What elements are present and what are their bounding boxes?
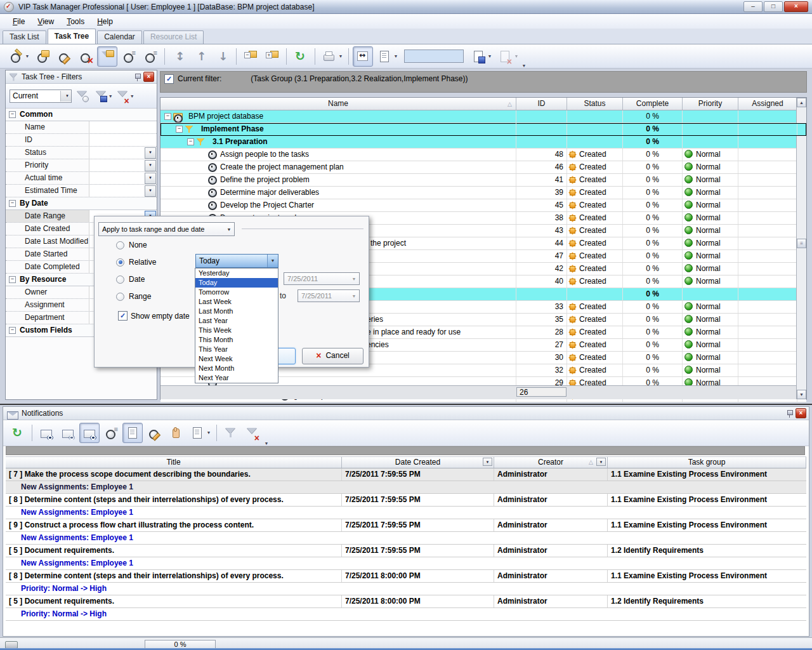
- collapse-icon[interactable]: −: [176, 126, 183, 133]
- column-header-creator[interactable]: Creator△▼: [494, 457, 608, 468]
- list-item-tomorrow[interactable]: Tomorrow: [195, 288, 278, 297]
- list-item-last-week[interactable]: Last Week: [195, 297, 278, 307]
- close-notifications-button[interactable]: ×: [796, 408, 806, 418]
- layouts-button[interactable]: ▼: [187, 423, 207, 443]
- chevron-down-icon[interactable]: ▼: [108, 94, 114, 98]
- list-item-yesterday[interactable]: Yesterday: [195, 269, 278, 278]
- show-empty-date-checkbox[interactable]: [118, 311, 128, 321]
- notification-row[interactable]: [ 8 ] Determine content (steps and their…: [6, 494, 806, 507]
- preview-pane-button[interactable]: [122, 423, 143, 443]
- notification-row[interactable]: [ 5 ] Document requirements.7/25/2011 8:…: [6, 595, 806, 608]
- list-item-next-month[interactable]: Next Month: [195, 364, 278, 373]
- collapse-icon[interactable]: −: [164, 113, 171, 120]
- title-bar[interactable]: VIP Task Manager Professional [ User: Em…: [0, 0, 812, 14]
- notification-detail[interactable]: New Assignments: Employee 1: [6, 481, 806, 494]
- column-header-complete[interactable]: Complete: [623, 98, 683, 110]
- filter-notifications-button[interactable]: [221, 423, 241, 443]
- tab-task-list[interactable]: Task List: [3, 30, 46, 44]
- print-button[interactable]: ▼: [319, 46, 339, 67]
- notification-detail[interactable]: New Assignments: Employee 1: [6, 557, 806, 570]
- chevron-down-icon[interactable]: ▼: [513, 54, 520, 58]
- filter-preset-combobox[interactable]: Current ▼: [10, 90, 72, 103]
- move-up-button[interactable]: [190, 46, 211, 67]
- pin-icon[interactable]: [134, 72, 141, 82]
- toolbar-overflow-button[interactable]: ▼: [263, 441, 270, 446]
- column-header-title[interactable]: Title: [6, 457, 342, 468]
- delete-task-button[interactable]: [75, 46, 96, 67]
- expand-all-button[interactable]: [262, 46, 282, 67]
- radio-option-date[interactable]: Date: [116, 275, 145, 284]
- edit-task-button[interactable]: [144, 423, 164, 443]
- column-header-id[interactable]: ID: [516, 98, 567, 110]
- current-filter-checkbox[interactable]: [164, 74, 174, 84]
- filter-section-by-date[interactable]: −By Date: [6, 197, 157, 210]
- apply-filter-button[interactable]: [72, 86, 93, 106]
- filter-field-priority[interactable]: Priority▼: [6, 159, 157, 172]
- new-subtask-button[interactable]: [32, 46, 53, 67]
- radio-option-none[interactable]: None: [116, 241, 147, 249]
- collapse-icon[interactable]: −: [9, 111, 16, 118]
- column-header-priority[interactable]: Priority: [683, 98, 738, 110]
- filter-field-id[interactable]: ID: [6, 134, 157, 147]
- task-row[interactable]: Determine major deliverables39Created0 %…: [160, 187, 806, 199]
- collapse-icon[interactable]: −: [187, 138, 194, 145]
- column-header-name[interactable]: Name△: [160, 98, 516, 110]
- task-group-row[interactable]: −Implement Phase0 %: [160, 123, 806, 136]
- chevron-down-icon[interactable]: ▼: [145, 173, 156, 184]
- chevron-down-icon[interactable]: ▼: [393, 54, 399, 58]
- notification-detail[interactable]: Priority: Normal -> High: [6, 583, 806, 595]
- cancel-button[interactable]: ×Cancel: [302, 348, 363, 364]
- column-header-status[interactable]: Status: [567, 98, 623, 110]
- filter-field-name[interactable]: Name: [6, 121, 157, 134]
- collapse-icon[interactable]: −: [9, 200, 16, 207]
- range-end-date-field[interactable]: 7/25/2011 ▼: [298, 289, 360, 302]
- refresh-button[interactable]: [291, 46, 311, 67]
- move-down-button[interactable]: [212, 46, 232, 67]
- chevron-down-icon[interactable]: ▼: [145, 185, 156, 197]
- column-header-assigned[interactable]: Assigned: [738, 98, 797, 110]
- edit-task-button[interactable]: [54, 46, 74, 67]
- chevron-down-icon[interactable]: ▼: [145, 147, 156, 159]
- chevron-down-icon[interactable]: ▼: [224, 227, 234, 232]
- chevron-down-icon[interactable]: ▼: [60, 91, 71, 102]
- filter-field-value[interactable]: [89, 121, 157, 133]
- notification-row[interactable]: [ 7 ] Make the process scope document de…: [6, 468, 806, 481]
- notification-row[interactable]: [ 9 ] Construct a process flow chart ill…: [6, 519, 806, 532]
- menu-item-help[interactable]: Help: [91, 15, 119, 28]
- menu-item-file[interactable]: File: [6, 15, 31, 28]
- clear-notification-filter-button[interactable]: [242, 423, 263, 443]
- clear-filter-button[interactable]: ▼: [115, 86, 136, 106]
- notification-row[interactable]: [ 8 ] Determine content (steps and their…: [6, 570, 806, 583]
- view-notification-button[interactable]: [79, 423, 100, 443]
- menu-item-tools[interactable]: Tools: [60, 15, 91, 28]
- filter-field-value[interactable]: ▼: [89, 172, 157, 184]
- collapse-icon[interactable]: −: [9, 327, 16, 334]
- filter-field-actual-time[interactable]: Actual time▼: [6, 172, 157, 185]
- list-item-next-week[interactable]: Next Week: [195, 354, 278, 364]
- apply-to-combobox[interactable]: Apply to task range and due date ▼: [98, 222, 235, 236]
- refresh-notifications-button[interactable]: [8, 423, 28, 443]
- list-item-this-week[interactable]: This Week: [195, 326, 278, 335]
- notification-detail[interactable]: New Assignments: Employee 1: [6, 532, 806, 545]
- task-row[interactable]: Create the project management plan46Crea…: [160, 161, 806, 174]
- scroll-up-button[interactable]: ▲: [797, 98, 806, 107]
- task-row[interactable]: Define the project problem41Created0 %No…: [160, 174, 806, 187]
- maximize-button[interactable]: □: [764, 1, 783, 12]
- radio-option-range[interactable]: Range: [116, 292, 151, 301]
- task-row[interactable]: Assign people to the tasks48Created0 %No…: [160, 149, 806, 161]
- list-item-this-month[interactable]: This Month: [195, 335, 278, 345]
- accept-task-button[interactable]: [166, 423, 186, 443]
- notification-row[interactable]: [ 5 ] Document requirements.7/25/2011 7:…: [6, 545, 806, 557]
- collapse-all-button[interactable]: [240, 46, 261, 67]
- filter-field-estimated-time[interactable]: Estimated Time▼: [6, 185, 157, 197]
- scroll-down-button[interactable]: ▼: [797, 390, 806, 399]
- mark-as-unread-button[interactable]: [58, 423, 78, 443]
- filter-field-value[interactable]: ▼: [89, 147, 157, 159]
- column-filter-button[interactable]: ▼: [596, 458, 606, 466]
- update-task-button[interactable]: [140, 46, 160, 67]
- minimize-button[interactable]: –: [743, 1, 763, 12]
- column-filter-button[interactable]: ▼: [483, 458, 492, 466]
- task-group-row[interactable]: −3.1 Preparation0 %: [160, 136, 806, 149]
- layouts-button[interactable]: ▼: [374, 46, 395, 67]
- open-task-button[interactable]: [101, 423, 121, 443]
